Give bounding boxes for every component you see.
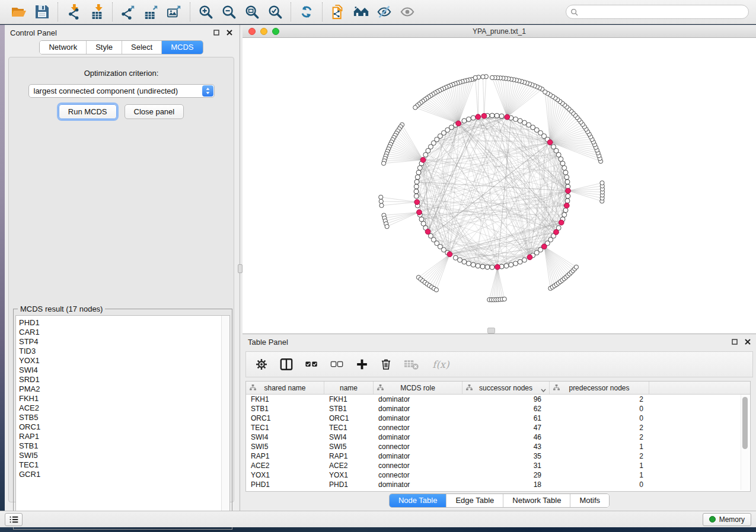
mcds-result-item[interactable]: GCR1 <box>19 470 221 479</box>
mcds-result-item[interactable]: RAP1 <box>19 432 221 441</box>
mcds-result-item[interactable]: SRD1 <box>19 375 221 384</box>
search-box[interactable] <box>566 5 749 19</box>
splitter-handle[interactable] <box>238 264 243 273</box>
memory-button[interactable]: Memory <box>703 513 751 526</box>
zoom-in-icon[interactable] <box>197 3 215 21</box>
close-table-panel-icon[interactable] <box>744 339 751 345</box>
table-cell: 1 <box>550 462 649 470</box>
share-document-icon[interactable] <box>329 3 347 21</box>
close-panel-icon[interactable] <box>226 30 232 36</box>
mcds-result-item[interactable]: FKH1 <box>19 394 221 403</box>
table-row[interactable]: SWI5SWI5connector431 <box>246 442 750 451</box>
table-row[interactable]: ACE2ACE2connector311 <box>246 461 750 470</box>
window-close-button[interactable] <box>248 28 256 35</box>
mcds-result-item[interactable]: TEC1 <box>19 460 221 470</box>
search-input[interactable] <box>580 7 744 17</box>
hide-selected-icon[interactable] <box>375 3 393 21</box>
table-row[interactable]: TEC1TEC1connector472 <box>246 423 750 432</box>
table-scrollbar-thumb[interactable] <box>742 397 748 449</box>
deselect-all-icon[interactable] <box>330 357 344 371</box>
mcds-result-title: MCDS result (17 nodes) <box>18 305 105 313</box>
mcds-result-item[interactable]: PMA2 <box>19 384 221 394</box>
main-toolbar <box>0 0 756 24</box>
table-row[interactable]: RAP1RAP1dominator352 <box>246 451 750 461</box>
table-cell: dominator <box>374 452 462 460</box>
mcds-result-items: PHD1CAR1STP4TID3YOX1SWI4SRD1PMA2FKH1ACE2… <box>16 316 221 527</box>
window-zoom-button[interactable] <box>272 28 279 35</box>
open-folder-icon[interactable] <box>10 3 28 21</box>
control-panel: Control Panel NetworkStyleSelectMCDS Opt… <box>5 25 238 511</box>
table-row[interactable]: YOX1YOX1connector291 <box>246 470 750 480</box>
export-image-icon[interactable] <box>165 3 183 21</box>
table-tab-node-table[interactable]: Node Table <box>390 494 446 507</box>
network-graph[interactable] <box>243 38 756 334</box>
control-panel-title: Control Panel <box>10 28 57 37</box>
close-panel-button[interactable]: Close panel <box>125 104 184 119</box>
table-tab-motifs[interactable]: Motifs <box>570 494 609 507</box>
run-mcds-button[interactable]: Run MCDS <box>59 104 117 119</box>
column-header-successor-nodes[interactable]: successor nodes <box>462 382 550 394</box>
tab-network[interactable]: Network <box>40 41 86 54</box>
column-header-MCDS-role[interactable]: MCDS role <box>374 382 462 394</box>
tab-group: NetworkStyleSelectMCDS <box>39 40 203 55</box>
import-table-icon[interactable] <box>88 3 106 21</box>
table-row[interactable]: STB1STB1dominator620 <box>246 404 750 414</box>
table-cell: dominator <box>374 480 462 489</box>
tab-mcds[interactable]: MCDS <box>161 41 202 54</box>
mcds-result-item[interactable]: ORC1 <box>19 422 221 432</box>
export-table-icon[interactable] <box>142 3 160 21</box>
mcds-result-item[interactable]: CAR1 <box>19 328 221 337</box>
column-header-name[interactable]: name <box>324 382 374 394</box>
mcds-result-item[interactable]: SWI5 <box>19 451 221 460</box>
table-row[interactable]: ORC1ORC1dominator610 <box>246 414 750 423</box>
float-panel-icon[interactable] <box>213 30 219 36</box>
table-body: FKH1FKH1dominator962STB1STB1dominator620… <box>246 395 750 489</box>
mcds-list-scrollbar[interactable] <box>221 316 229 527</box>
table-cell: 1 <box>550 443 649 451</box>
canvas-splitter-handle[interactable] <box>487 328 495 334</box>
tab-select[interactable]: Select <box>122 41 161 54</box>
import-network-icon[interactable] <box>65 3 82 21</box>
column-header-predecessor-nodes[interactable]: predecessor nodes <box>550 382 649 394</box>
settings-icon[interactable] <box>255 357 268 371</box>
table-row[interactable]: SWI4SWI4dominator462 <box>246 432 750 442</box>
mcds-result-item[interactable]: YOX1 <box>19 356 221 366</box>
zoom-fit-icon[interactable] <box>243 3 261 21</box>
mcds-result-item[interactable]: TID3 <box>19 347 221 356</box>
mcds-result-item[interactable]: STB1 <box>19 441 221 451</box>
split-panel-icon[interactable] <box>280 357 293 371</box>
mcds-result-item[interactable]: STP4 <box>19 337 221 347</box>
show-all-icon[interactable] <box>398 3 416 21</box>
window-minimize-button[interactable] <box>260 28 267 35</box>
table-row[interactable]: FKH1FKH1dominator962 <box>246 395 750 404</box>
table-tab-edge-table[interactable]: Edge Table <box>446 494 503 507</box>
first-neighbors-icon[interactable] <box>352 3 370 21</box>
table-scrollbar[interactable] <box>741 395 749 490</box>
table-tab-network-table[interactable]: Network Table <box>503 494 570 507</box>
mcds-result-item[interactable]: STB5 <box>19 413 221 422</box>
float-table-panel-icon[interactable] <box>731 339 738 345</box>
optimization-criterion-label: Optimization criterion: <box>9 69 234 78</box>
task-history-button[interactable] <box>5 513 23 526</box>
optimization-criterion-select[interactable]: largest connected component (undirected) <box>28 84 215 98</box>
mcds-result-item[interactable]: PHD1 <box>19 318 221 328</box>
table-cell: dominator <box>374 395 462 403</box>
column-header-shared-name[interactable]: shared name <box>246 382 324 394</box>
select-all-icon[interactable] <box>305 357 318 371</box>
tab-style[interactable]: Style <box>86 41 122 54</box>
delete-row-icon[interactable] <box>380 357 392 371</box>
network-titlebar[interactable]: YPA_prune.txt_1 <box>243 25 756 38</box>
mcds-result-item[interactable]: SWI4 <box>19 366 221 375</box>
table-cell: dominator <box>374 433 462 441</box>
zoom-out-icon[interactable] <box>220 3 238 21</box>
refresh-icon[interactable] <box>298 3 315 21</box>
export-network-icon[interactable] <box>119 3 137 21</box>
save-icon[interactable] <box>33 3 51 21</box>
zoom-selected-icon[interactable] <box>266 3 284 21</box>
table-row[interactable]: PHD1PHD1dominator180 <box>246 480 750 489</box>
memory-status-icon <box>709 516 716 523</box>
mcds-result-item[interactable]: ACE2 <box>19 403 221 413</box>
add-row-icon[interactable] <box>356 357 368 371</box>
network-canvas[interactable] <box>243 38 756 334</box>
panel-splitter[interactable] <box>238 25 243 511</box>
